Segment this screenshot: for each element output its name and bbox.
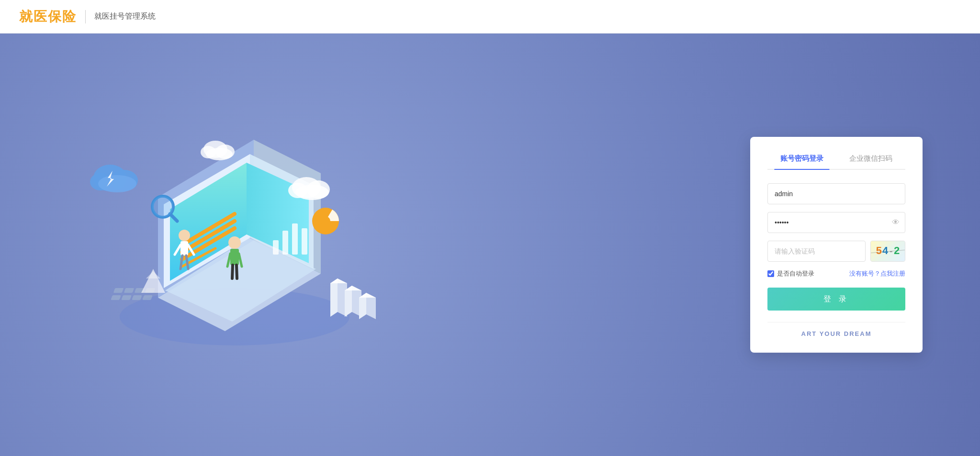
tab-account[interactable]: 账号密码登录 — [767, 154, 836, 169]
login-card: 账号密码登录 企业微信扫码 👁 54-2 — [750, 137, 923, 353]
auto-login-label[interactable]: 是否自动登录 — [767, 269, 814, 278]
svg-marker-27 — [330, 278, 347, 283]
password-field: 👁 — [767, 212, 905, 233]
svg-rect-41 — [230, 249, 239, 265]
auto-login-row: 是否自动登录 没有账号？点我注册 — [767, 269, 905, 278]
header-subtitle: 就医挂号管理系统 — [94, 11, 156, 22]
captcha-image[interactable]: 54-2 — [870, 241, 905, 262]
login-tabs: 账号密码登录 企业微信扫码 — [767, 154, 905, 170]
svg-rect-35 — [180, 241, 188, 256]
svg-marker-33 — [359, 293, 376, 298]
main-area: 账号密码登录 企业微信扫码 👁 54-2 — [0, 33, 980, 456]
svg-marker-30 — [345, 286, 361, 290]
eye-icon[interactable]: 👁 — [892, 218, 900, 227]
svg-point-49 — [98, 175, 136, 192]
svg-point-54 — [206, 148, 233, 160]
auto-login-checkbox[interactable] — [767, 270, 774, 277]
svg-rect-23 — [292, 223, 298, 255]
svg-point-60 — [321, 216, 330, 226]
username-input[interactable] — [767, 183, 905, 204]
svg-rect-19 — [132, 295, 142, 300]
username-field — [767, 183, 905, 204]
captcha-input[interactable] — [767, 241, 866, 262]
svg-rect-24 — [302, 228, 307, 255]
svg-marker-25 — [330, 278, 338, 317]
register-link[interactable]: 没有账号？点我注册 — [849, 269, 905, 278]
illustration — [72, 111, 397, 379]
card-footer-slogan: ART YOUR DREAM — [767, 322, 905, 337]
svg-rect-21 — [273, 240, 279, 255]
header: 就医保险 就医挂号管理系统 — [0, 0, 980, 33]
login-button[interactable]: 登 录 — [767, 288, 905, 311]
svg-rect-13 — [113, 288, 124, 293]
svg-point-63 — [152, 196, 173, 217]
header-divider — [85, 10, 86, 23]
tab-wechat[interactable]: 企业微信扫码 — [836, 154, 905, 169]
captcha-row: 54-2 — [767, 241, 905, 262]
password-input[interactable] — [767, 212, 905, 233]
svg-point-34 — [179, 230, 190, 241]
svg-point-40 — [228, 236, 241, 249]
svg-rect-14 — [124, 288, 135, 293]
svg-rect-17 — [111, 295, 121, 300]
svg-rect-18 — [121, 295, 132, 300]
svg-rect-22 — [282, 231, 288, 255]
svg-line-44 — [232, 265, 233, 278]
svg-line-45 — [237, 265, 237, 278]
svg-rect-20 — [142, 295, 153, 300]
logo: 就医保险 — [19, 8, 77, 26]
svg-point-58 — [295, 185, 329, 200]
